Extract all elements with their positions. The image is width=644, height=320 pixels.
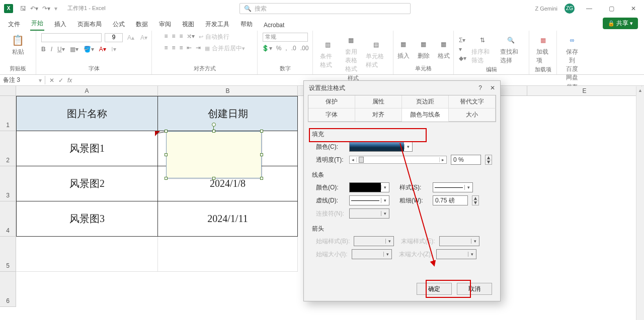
resize-handle[interactable] xyxy=(165,177,168,180)
row-header-3[interactable]: 3 xyxy=(0,166,16,201)
dlg-tab-protect[interactable]: 保护 xyxy=(308,95,355,109)
wrap-text-button[interactable]: ↩ 自动换行 xyxy=(199,33,229,41)
cancel-button[interactable]: 取消 xyxy=(457,283,492,295)
align-top-icon[interactable]: ≡ xyxy=(164,33,168,41)
cell-B1[interactable]: 创建日期 xyxy=(158,96,298,131)
dlg-tab-font[interactable]: 字体 xyxy=(308,109,355,122)
bold-button[interactable]: B xyxy=(41,46,46,53)
cell-A3[interactable]: 风景图2 xyxy=(16,166,158,201)
currency-icon[interactable]: 💲▾ xyxy=(262,45,272,52)
comment-indicator-icon[interactable] xyxy=(155,131,160,136)
dlg-tab-margins[interactable]: 页边距 xyxy=(402,95,449,109)
vertical-scrollbar[interactable]: ▲ xyxy=(636,86,644,320)
tab-file[interactable]: 文件 xyxy=(7,18,21,31)
dialog-close-button[interactable]: ✕ xyxy=(490,84,495,91)
cancel-formula-icon[interactable]: ✕ xyxy=(49,77,54,84)
dec-decimal-icon[interactable]: .00 xyxy=(300,45,309,52)
col-header-B[interactable]: B xyxy=(158,86,298,95)
tab-review[interactable]: 审阅 xyxy=(158,18,172,31)
clear-icon[interactable]: ◆▾ xyxy=(459,55,466,62)
redo-icon[interactable]: ↷▾ xyxy=(42,5,50,12)
dlg-tab-colors-lines[interactable]: 颜色与线条 xyxy=(402,109,449,122)
dlg-tab-size[interactable]: 大小 xyxy=(449,109,496,122)
transparency-slider[interactable]: ◂ ▸ xyxy=(349,156,447,164)
line-dash-picker[interactable]: ▾ xyxy=(349,195,389,205)
percent-icon[interactable]: % xyxy=(276,45,282,52)
decrease-font-icon[interactable]: A▾ xyxy=(139,33,149,43)
align-center-icon[interactable]: ≡ xyxy=(172,44,175,53)
rotate-handle[interactable] xyxy=(212,123,216,127)
comment-box[interactable] xyxy=(166,131,262,178)
row-header-2[interactable]: 2 xyxy=(0,131,16,166)
tab-data[interactable]: 数据 xyxy=(135,18,149,31)
user-avatar[interactable]: ZG xyxy=(565,4,575,14)
minimize-button[interactable]: — xyxy=(582,5,597,12)
tab-insert[interactable]: 插入 xyxy=(53,18,67,31)
font-size-select[interactable]: 9 xyxy=(105,33,123,42)
row-header-6[interactable]: 6 xyxy=(0,272,16,307)
comma-icon[interactable]: , xyxy=(285,45,287,52)
table-format-button[interactable]: ▦套用 表格格式 xyxy=(341,33,361,74)
addins-button[interactable]: ▦加载项 xyxy=(534,33,551,66)
row-header-1[interactable]: 1 xyxy=(0,96,16,131)
line-color-picker[interactable]: ▾ xyxy=(349,182,389,192)
autosum-icon[interactable]: Σ▾ xyxy=(459,37,466,44)
dlg-tab-align[interactable]: 对齐 xyxy=(355,109,402,122)
cell-A4[interactable]: 风景图3 xyxy=(16,201,158,237)
find-select-button[interactable]: 🔍查找和选择 xyxy=(498,33,524,66)
orientation-icon[interactable]: ⤭▾ xyxy=(187,33,195,41)
qat-customize-icon[interactable]: ▾ xyxy=(54,5,57,12)
cell-B4[interactable]: 2024/1/11 xyxy=(158,201,298,237)
increase-font-icon[interactable]: A▴ xyxy=(126,33,136,43)
maximize-button[interactable]: ▢ xyxy=(604,5,619,12)
phonetic-button[interactable]: ⁞▾ xyxy=(111,46,116,53)
row-header-4[interactable]: 4 xyxy=(0,201,16,237)
dlg-tab-alttext[interactable]: 替代文字 xyxy=(449,95,496,109)
save-icon[interactable]: 🖫 xyxy=(20,5,26,12)
cell-style-button[interactable]: ▤单元格样式 xyxy=(364,37,388,70)
tab-help[interactable]: 帮助 xyxy=(239,18,254,31)
resize-handle[interactable] xyxy=(165,130,168,133)
insert-cells-button[interactable]: ▦插入 xyxy=(395,37,412,61)
resize-handle[interactable] xyxy=(212,130,215,133)
dlg-tab-props[interactable]: 属性 xyxy=(355,95,402,109)
format-cells-button[interactable]: ▦格式 xyxy=(435,37,452,61)
resize-handle[interactable] xyxy=(212,177,215,180)
indent-dec-icon[interactable]: ⇤ xyxy=(187,44,192,53)
enter-formula-icon[interactable]: ✓ xyxy=(58,77,63,84)
slider-left-icon[interactable]: ◂ xyxy=(350,157,357,162)
line-weight-spinner[interactable]: ▴▾ xyxy=(472,195,479,205)
share-button[interactable]: 🔒 共享 ▾ xyxy=(603,18,638,29)
name-box[interactable]: 备注 3▾ xyxy=(0,76,45,84)
align-left-icon[interactable]: ≡ xyxy=(164,44,168,53)
resize-handle[interactable] xyxy=(260,130,263,133)
save-baidu-button[interactable]: ∞保存到 百度网盘 xyxy=(562,33,582,83)
fill-color-picker[interactable]: ▾ xyxy=(349,142,413,152)
select-all-corner[interactable] xyxy=(0,86,16,95)
row-header-5[interactable]: 5 xyxy=(0,237,16,272)
tab-acrobat[interactable]: Acrobat xyxy=(263,20,285,31)
fill-color-button[interactable]: 🪣▾ xyxy=(84,46,94,53)
col-header-E[interactable]: E xyxy=(527,86,642,95)
transparency-value[interactable]: 0 % xyxy=(451,155,481,165)
underline-button[interactable]: U▾ xyxy=(57,46,65,53)
line-style-picker[interactable]: ▾ xyxy=(433,182,473,192)
resize-handle[interactable] xyxy=(260,153,263,156)
col-header-A[interactable]: A xyxy=(16,86,158,95)
delete-cells-button[interactable]: ▦删除 xyxy=(415,37,432,61)
close-window-button[interactable]: ✕ xyxy=(626,5,641,12)
fx-icon[interactable]: fx xyxy=(67,77,72,84)
resize-handle[interactable] xyxy=(260,177,263,180)
sort-filter-button[interactable]: ⇅排序和筛选 xyxy=(469,33,495,66)
tab-view[interactable]: 视图 xyxy=(181,18,195,31)
fill-icon[interactable]: ▾ xyxy=(459,46,466,53)
tab-devtools[interactable]: 开发工具 xyxy=(204,18,230,31)
indent-inc-icon[interactable]: ⇥ xyxy=(196,44,201,53)
undo-icon[interactable]: ↶▾ xyxy=(30,5,38,12)
paste-button[interactable]: 📋 粘贴 xyxy=(10,33,27,57)
number-format-select[interactable]: 常规 xyxy=(263,33,308,42)
align-mid-icon[interactable]: ≡ xyxy=(172,33,175,41)
transparency-spinner[interactable]: ▴▾ xyxy=(485,155,492,165)
cell-A2[interactable]: 风景图1 xyxy=(16,131,158,166)
dialog-help-button[interactable]: ? xyxy=(478,84,482,91)
